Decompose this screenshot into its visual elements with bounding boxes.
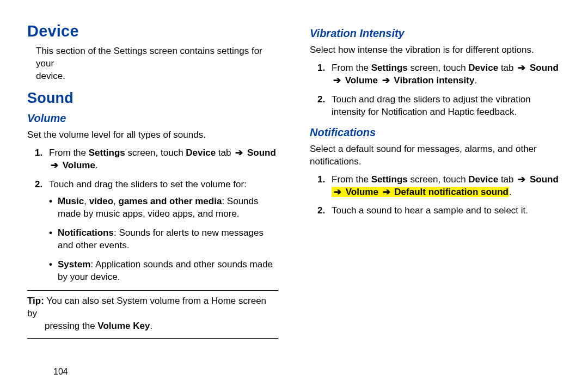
bold: Sound bbox=[247, 148, 276, 158]
text: . bbox=[150, 321, 152, 331]
text: tab bbox=[216, 148, 234, 158]
vibration-step-2: 2. Touch and drag the sliders to adjust … bbox=[317, 94, 561, 119]
device-intro: This section of the Settings screen cont… bbox=[36, 45, 278, 83]
notifications-steps: 1. From the Settings screen, touch Devic… bbox=[310, 174, 561, 218]
highlight: ➔ Volume ➔ Default notification sound bbox=[332, 187, 509, 197]
bold: Volume bbox=[63, 160, 95, 170]
volume-bullets: Music, video, games and other media: Sou… bbox=[49, 195, 278, 284]
step-number: 1. bbox=[317, 62, 325, 75]
heading-notifications: Notifications bbox=[310, 125, 561, 140]
bold: Volume Key bbox=[97, 321, 150, 331]
bold: Settings bbox=[371, 174, 408, 185]
text: screen, touch bbox=[408, 174, 469, 185]
arrow-icon: ➔ bbox=[518, 63, 525, 73]
volume-tip: Tip: You can also set System volume from… bbox=[27, 295, 278, 333]
text: Touch and drag the sliders to adjust the… bbox=[332, 94, 531, 117]
page-number: 104 bbox=[53, 366, 68, 378]
volume-step-2: 2. Touch and drag the sliders to set the… bbox=[35, 179, 278, 284]
bold: Settings bbox=[89, 148, 125, 158]
right-column: Vibration Intensity Select how intense t… bbox=[310, 19, 561, 343]
vibration-step-1: 1. From the Settings screen, touch Devic… bbox=[317, 62, 561, 87]
divider bbox=[27, 338, 278, 339]
arrow-icon: ➔ bbox=[333, 75, 341, 85]
heading-sound: Sound bbox=[27, 88, 278, 108]
bold: Settings bbox=[371, 63, 408, 73]
step-number: 1. bbox=[317, 174, 325, 186]
text: , bbox=[113, 196, 118, 206]
text: . bbox=[474, 75, 477, 85]
bold: Device bbox=[468, 174, 498, 185]
text: pressing the bbox=[45, 321, 97, 331]
volume-steps: 1. From the Settings screen, touch Devic… bbox=[27, 147, 278, 283]
bold: Volume bbox=[345, 75, 378, 85]
arrow-icon: ➔ bbox=[334, 187, 341, 197]
heading-volume: Volume bbox=[27, 111, 278, 126]
bullet-item: Notifications: Sounds for alerts to new … bbox=[49, 227, 278, 252]
notifications-description: Select a default sound for messages, ala… bbox=[310, 143, 561, 168]
bullet-item: System: Application sounds and other sou… bbox=[49, 259, 278, 284]
bold: Notifications bbox=[58, 228, 114, 238]
bold: Sound bbox=[530, 63, 559, 73]
divider bbox=[27, 290, 278, 291]
notifications-step-2: 2. Touch a sound to hear a sample and to… bbox=[317, 205, 561, 217]
text: From the bbox=[49, 148, 89, 158]
bold: System bbox=[58, 259, 90, 270]
tip-label: Tip: bbox=[27, 296, 44, 306]
bold: Vibration intensity bbox=[394, 75, 474, 85]
text: , bbox=[84, 196, 89, 206]
text: tab bbox=[498, 63, 516, 73]
bold: Device bbox=[468, 63, 498, 73]
text: From the bbox=[332, 63, 371, 73]
volume-description: Set the volume level for all types of so… bbox=[27, 129, 278, 142]
text: : Application sounds and other sounds ma… bbox=[58, 259, 273, 282]
page-columns: Device This section of the Settings scre… bbox=[27, 19, 561, 343]
text: From the bbox=[332, 174, 371, 185]
text: Touch and drag the sliders to set the vo… bbox=[49, 179, 247, 189]
text: : bbox=[222, 196, 226, 206]
text: . bbox=[95, 160, 98, 170]
arrow-icon: ➔ bbox=[518, 174, 525, 185]
step-number: 2. bbox=[317, 94, 325, 106]
bold: Device bbox=[186, 148, 216, 158]
bullet-item: Music, video, games and other media: Sou… bbox=[49, 195, 278, 220]
text: screen, touch bbox=[125, 148, 186, 158]
text: . bbox=[509, 187, 512, 197]
text: Touch a sound to hear a sample and to se… bbox=[332, 205, 528, 216]
arrow-icon: ➔ bbox=[235, 148, 243, 158]
heading-vibration-intensity: Vibration Intensity bbox=[310, 26, 561, 41]
bold: Music bbox=[58, 196, 84, 206]
left-column: Device This section of the Settings scre… bbox=[27, 19, 278, 343]
step-number: 1. bbox=[35, 147, 42, 160]
step-number: 2. bbox=[317, 205, 325, 217]
arrow-icon: ➔ bbox=[51, 160, 58, 170]
text: tab bbox=[498, 174, 516, 185]
volume-step-1: 1. From the Settings screen, touch Devic… bbox=[35, 147, 278, 172]
arrow-icon: ➔ bbox=[382, 75, 390, 85]
text: This section of the Settings screen cont… bbox=[36, 46, 262, 69]
bold: games and other media bbox=[119, 196, 222, 206]
bold: Volume bbox=[346, 187, 378, 197]
arrow-icon: ➔ bbox=[383, 187, 390, 197]
heading-device: Device bbox=[27, 21, 278, 42]
text: pressing the Volume Key. bbox=[27, 321, 152, 331]
bold: video bbox=[89, 196, 113, 206]
vibration-steps: 1. From the Settings screen, touch Devic… bbox=[310, 62, 561, 119]
text: You can also set System volume from a Ho… bbox=[27, 296, 266, 318]
text: device. bbox=[36, 71, 65, 81]
text: screen, touch bbox=[408, 63, 469, 73]
bold: Default notification sound bbox=[394, 187, 509, 197]
vibration-description: Select how intense the vibration is for … bbox=[310, 44, 561, 57]
bold: Sound bbox=[530, 174, 559, 185]
notifications-step-1: 1. From the Settings screen, touch Devic… bbox=[317, 174, 561, 199]
step-number: 2. bbox=[35, 179, 42, 191]
